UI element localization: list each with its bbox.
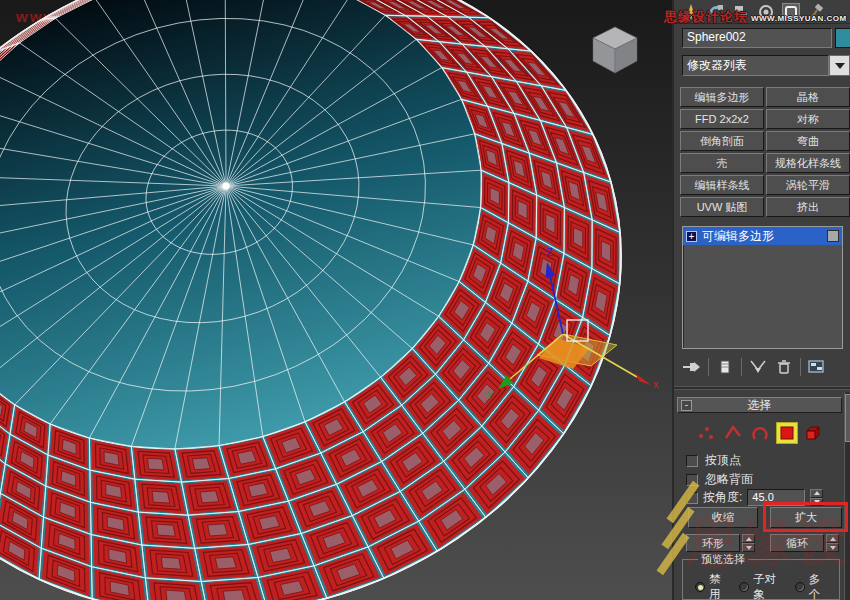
command-panel: Sphere002 修改器列表 编辑多边形 晶格 FFD 2x2x2 对称 倒角…	[672, 0, 850, 600]
create-tab-icon[interactable]	[682, 3, 700, 21]
radio-disable-option[interactable]: 禁用	[695, 572, 730, 600]
axis-z-label: Z	[546, 246, 553, 258]
configure-modifier-sets-icon[interactable]	[807, 357, 827, 377]
by-angle-label: 按角度:	[703, 489, 742, 506]
shrink-button[interactable]: 收缩	[688, 507, 758, 528]
btn-edit-poly[interactable]: 编辑多边形	[680, 87, 764, 107]
btn-bend[interactable]: 弯曲	[766, 131, 850, 151]
loop-spinner[interactable]	[826, 534, 839, 552]
ignore-backfacing-label: 忽略背面	[705, 471, 753, 488]
by-angle-input[interactable]: 45.0	[747, 489, 805, 506]
ring-spinner[interactable]	[742, 534, 755, 552]
btn-shell[interactable]: 壳	[680, 153, 764, 173]
chevron-down-icon	[835, 63, 845, 69]
by-angle-row: 按角度: 45.0	[686, 489, 823, 506]
radio-disable-label: 禁用	[709, 572, 730, 600]
stack-onoff-icon[interactable]	[827, 230, 839, 242]
selection-rollout-header[interactable]: - 选择	[677, 397, 842, 413]
axis-x-label: x	[653, 378, 659, 390]
show-end-result-icon[interactable]	[715, 357, 735, 377]
radio-disable[interactable]	[695, 582, 705, 592]
scene-svg[interactable]: www.3xYZ	[0, 0, 672, 600]
radio-subobj-option[interactable]: 子对象	[739, 572, 785, 600]
by-angle-checkbox[interactable]	[686, 492, 698, 504]
btn-bevel-profile[interactable]: 倒角剖面	[680, 131, 764, 151]
stack-item-editable-poly[interactable]: + 可编辑多边形	[683, 227, 842, 245]
btn-turbosmooth[interactable]: 涡轮平滑	[766, 175, 850, 195]
btn-ffd-2x2x2[interactable]: FFD 2x2x2	[680, 109, 764, 129]
btn-edit-spline[interactable]: 编辑样条线	[680, 175, 764, 195]
stack-item-label: 可编辑多边形	[702, 228, 774, 245]
loop-button[interactable]: 循环	[770, 534, 824, 552]
expand-plus-icon[interactable]: +	[686, 231, 697, 242]
radio-subobj[interactable]	[739, 582, 749, 592]
by-angle-spinner[interactable]	[810, 489, 823, 506]
command-panel-tabs	[674, 0, 850, 24]
utilities-tab-icon[interactable]	[807, 3, 825, 21]
btn-normalize-spline[interactable]: 规格化样条线	[766, 153, 850, 173]
radio-multiple-label: 多个	[809, 572, 830, 600]
panel-scrollbar[interactable]	[844, 392, 850, 600]
panel-divider	[674, 386, 850, 390]
polygon-mode-icon-active[interactable]	[776, 422, 798, 444]
scrollbar-thumb[interactable]	[845, 394, 850, 442]
modifier-stack-list: + 可编辑多边形	[682, 226, 843, 349]
vertex-mode-icon[interactable]	[695, 422, 717, 444]
display-tab-icon[interactable]	[782, 3, 800, 21]
btn-symmetry[interactable]: 对称	[766, 109, 850, 129]
by-vertex-checkbox[interactable]	[686, 455, 698, 467]
radio-subobj-label: 子对象	[753, 572, 785, 600]
modifier-list-dropdown[interactable]: 修改器列表	[682, 55, 829, 76]
by-vertex-row: 按顶点	[686, 452, 741, 469]
radio-multiple[interactable]	[795, 582, 805, 592]
btn-uvw-map[interactable]: UVW 贴图	[680, 197, 764, 217]
remove-modifier-icon[interactable]	[774, 357, 794, 377]
modifier-list-dropdown-arrow[interactable]	[829, 55, 850, 76]
selection-rollout-title: 选择	[748, 398, 772, 412]
axis-y-label: Y	[486, 389, 494, 401]
btn-lattice[interactable]: 晶格	[766, 87, 850, 107]
viewport-3d[interactable]: www.3xYZ	[0, 0, 672, 600]
preview-selection-group: 预览选择 禁用 子对象 多个	[682, 552, 840, 600]
hierarchy-tab-icon[interactable]	[732, 3, 750, 21]
modifier-button-grid: 编辑多边形 晶格 FFD 2x2x2 对称 倒角剖面 弯曲 壳 规格化样条线 编…	[680, 87, 850, 217]
grow-button[interactable]: 扩大	[770, 507, 842, 528]
ignore-backfacing-checkbox[interactable]	[686, 474, 698, 486]
stack-toolbar	[676, 354, 850, 380]
preview-selection-radios: 禁用 子对象 多个	[692, 571, 830, 600]
border-mode-icon[interactable]	[749, 422, 771, 444]
pin-stack-icon[interactable]	[682, 357, 702, 377]
ring-button[interactable]: 环形	[686, 534, 740, 552]
element-mode-icon[interactable]	[803, 422, 825, 444]
object-name-field[interactable]: Sphere002	[682, 28, 832, 48]
radio-multiple-option[interactable]: 多个	[795, 572, 830, 600]
application-window: www.3xYZ Sphere002 修改器列表	[0, 0, 850, 600]
modify-tab-icon[interactable]	[707, 3, 725, 21]
ignore-backfacing-row: 忽略背面	[686, 471, 753, 488]
subobject-level-icons	[678, 419, 842, 447]
edge-mode-icon[interactable]	[722, 422, 744, 444]
make-unique-icon[interactable]	[748, 357, 768, 377]
btn-extrude[interactable]: 挤出	[766, 197, 850, 217]
by-vertex-label: 按顶点	[705, 452, 741, 469]
object-color-swatch[interactable]	[835, 28, 850, 48]
preview-selection-title: 预览选择	[698, 552, 748, 567]
collapse-minus-icon[interactable]: -	[681, 400, 692, 411]
motion-tab-icon[interactable]	[757, 3, 775, 21]
